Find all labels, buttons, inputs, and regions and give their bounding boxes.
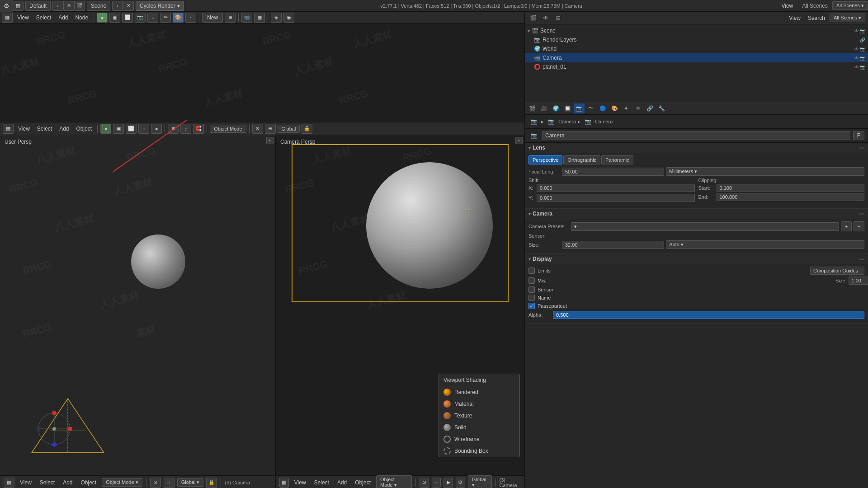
render-cam-btn[interactable]: 📷 (135, 13, 146, 23)
comp-guides-select[interactable]: Composition Guides (810, 267, 864, 275)
shading-rendered[interactable]: Rendered (439, 386, 519, 398)
mist-check[interactable] (528, 277, 535, 284)
scene-vis-cam[interactable]: 📷 (860, 28, 865, 33)
sensor-check[interactable] (528, 286, 535, 293)
left-lock-icon[interactable]: 🔒 (206, 478, 217, 488)
prop-world-icon[interactable]: 🌍 (550, 103, 561, 113)
all-scenes-outliner[interactable]: All Scenes ▾ (830, 14, 865, 22)
snap-icon3[interactable]: ⊕ (265, 124, 276, 134)
right-extra-icon[interactable]: ⚙ (456, 478, 465, 488)
render-mode-icon[interactable]: ▦ (2, 13, 13, 23)
sensor-unit-select[interactable]: Auto ▾ (666, 240, 864, 249)
extra-icon2[interactable]: ◉ (283, 13, 294, 23)
right-bar-icon[interactable]: ▦ (279, 478, 289, 488)
prop-constraint-icon[interactable]: 🔗 (644, 103, 655, 113)
render-circle-btn[interactable]: ● (97, 13, 108, 23)
select-btn[interactable]: Select (34, 124, 55, 134)
lens-pin[interactable]: ━━ (859, 145, 864, 150)
expand-right-btn[interactable]: + (515, 137, 523, 144)
camera-section-header[interactable]: ▾ Camera ━━ (525, 209, 868, 219)
outliner-planet[interactable]: ⭕ planet_01 👁 📷 (525, 62, 868, 71)
right-snap-icon[interactable]: ⊙ (420, 478, 429, 488)
cam-name-field[interactable] (542, 131, 850, 140)
prop-physics-icon[interactable]: ⚛ (632, 103, 643, 113)
prop-texture-icon[interactable]: 🎨 (609, 103, 620, 113)
shading-solid[interactable]: Solid (439, 422, 519, 433)
right-select-btn[interactable]: Select (311, 478, 332, 488)
planet-vis-cam[interactable]: 📷 (860, 65, 865, 70)
right-global-select[interactable]: Global ▾ (468, 475, 492, 488)
shading-solid[interactable]: ○ (138, 124, 149, 134)
expand-left-btn[interactable]: + (266, 137, 274, 144)
snap-icon[interactable]: ⊕ (225, 13, 236, 23)
close-scene-btn[interactable]: ✕ (123, 1, 134, 11)
render-plus-btn[interactable]: + (185, 13, 196, 23)
shift-y-value[interactable]: 0.000 (537, 194, 695, 202)
scene-vis-eye[interactable]: 👁 (854, 28, 859, 33)
left-global-select[interactable]: Global ▾ (177, 478, 204, 487)
proportional-icon[interactable]: ⊙ (252, 124, 263, 134)
shading-material[interactable]: Material (439, 398, 519, 410)
render-add-btn[interactable]: Add (56, 13, 71, 23)
orthographic-btn[interactable]: Orthographic (563, 155, 600, 164)
alpha-value[interactable]: 0.500 (553, 311, 864, 319)
shading-render[interactable]: ● (151, 124, 162, 134)
render-square-btn[interactable]: ▣ (109, 13, 120, 23)
add-workspace-btn[interactable]: + (52, 1, 63, 11)
outliner-scene[interactable]: ▾ 🎬 Scene 👁 📷 (525, 26, 868, 35)
size-disp-value[interactable]: 1.00 (849, 277, 868, 285)
left-mode-select[interactable]: Object Mode ▾ (102, 478, 142, 487)
menu-search[interactable]: All Scenes (797, 0, 832, 12)
object-btn[interactable]: Object (74, 124, 95, 134)
camera-view-icon[interactable]: 📹 (241, 13, 252, 23)
new-btn[interactable]: New (202, 13, 223, 23)
3d-mode-icon[interactable]: ▦ (3, 124, 14, 134)
rl-vis-link[interactable]: 🔗 (860, 38, 865, 42)
left-add-btn[interactable]: Add (60, 478, 75, 488)
left-snap-icon[interactable]: ⊙ (150, 478, 161, 488)
outliner-scene-icon[interactable]: 🎬 (528, 13, 538, 23)
prop-cam-tab-icon2[interactable]: 📷 (546, 117, 557, 127)
view-btn[interactable]: View (15, 124, 33, 134)
prop-modifier-icon[interactable]: 🔧 (656, 103, 667, 113)
scene-icon[interactable]: 🎬 (74, 1, 85, 11)
unit-select[interactable]: Millimeters ▾ (666, 167, 864, 176)
perspective-btn[interactable]: Perspective (528, 155, 562, 164)
render-box-btn[interactable]: ⬜ (122, 13, 133, 23)
snap-icon2[interactable]: 🧲 (193, 124, 204, 134)
object-mode-select[interactable]: Object Mode (210, 125, 246, 133)
display-section-header[interactable]: ▾ Display ━━ (525, 254, 868, 264)
prop-cam-icon[interactable]: 📷 (574, 103, 585, 113)
outliner-filter-icon[interactable]: ⊟ (553, 13, 564, 23)
left-mirror-icon[interactable]: ↔ (164, 478, 175, 488)
render-pencil-btn[interactable]: ✏ (160, 13, 171, 23)
start-value[interactable]: 0.100 (717, 184, 865, 192)
view-btn-outliner[interactable]: View (786, 13, 803, 23)
viewport-right[interactable]: Camera Persp + 人人素材 RRCG RRCG 人人素材 八人素材 … (276, 135, 524, 475)
preset-add-btn[interactable]: + (841, 221, 852, 231)
right-mode-select[interactable]: Object Mode ▾ (376, 475, 412, 488)
cam-type-icon[interactable]: 📷 (528, 131, 539, 141)
global-lock-icon[interactable]: 🔒 (302, 124, 312, 134)
render-view-btn[interactable]: View (14, 13, 32, 23)
left-select-btn[interactable]: Select (37, 478, 57, 488)
prop-curve-icon[interactable]: 〜 (585, 103, 596, 113)
shift-x-value[interactable]: 0.000 (537, 184, 695, 192)
outliner-view-icon[interactable]: 👁 (540, 13, 551, 23)
prop-cam-tab-icon3[interactable]: 📷 (582, 117, 593, 127)
prop-render-icon[interactable]: 🎬 (527, 103, 538, 113)
close-workspace-btn[interactable]: ✕ (63, 1, 74, 11)
prop-material-icon[interactable]: 🔵 (597, 103, 608, 113)
lens-section-header[interactable]: ▾ Lens ━━ (525, 143, 868, 153)
outliner-camera[interactable]: 📹 Camera 👁 📷 (525, 53, 868, 62)
extra-icon1[interactable]: ◈ (271, 13, 282, 23)
passepartout-check[interactable]: ✓ (528, 303, 535, 309)
prop-scene-icon[interactable]: 🎥 (538, 103, 549, 113)
prop-cam-tab-icon[interactable]: 📷 (528, 117, 539, 127)
focal-length-value[interactable]: 50.00 (562, 168, 664, 176)
left-object-btn[interactable]: Object (78, 478, 99, 488)
all-scenes-select[interactable]: All Scenes ▾ (832, 1, 868, 10)
cam-vis-render[interactable]: 📷 (860, 56, 865, 61)
right-view-btn[interactable]: View (292, 478, 309, 488)
right-mirror-icon[interactable]: ↔ (432, 478, 441, 488)
